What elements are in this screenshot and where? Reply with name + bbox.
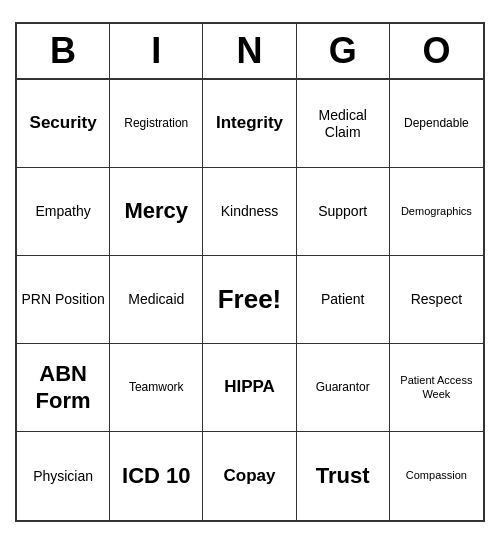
cell-text: Patient	[321, 291, 365, 308]
bingo-header: BINGO	[17, 24, 483, 80]
bingo-cell[interactable]: Compassion	[390, 432, 483, 520]
cell-text: Dependable	[404, 116, 469, 130]
bingo-cell[interactable]: Respect	[390, 256, 483, 344]
bingo-cell[interactable]: Kindness	[203, 168, 296, 256]
bingo-cell[interactable]: Teamwork	[110, 344, 203, 432]
cell-text: Compassion	[406, 469, 467, 482]
cell-text: Kindness	[221, 203, 279, 220]
bingo-cell[interactable]: Free!	[203, 256, 296, 344]
cell-text: Trust	[316, 463, 370, 489]
bingo-cell[interactable]: Physician	[17, 432, 110, 520]
bingo-cell[interactable]: Trust	[297, 432, 390, 520]
cell-text: HIPPA	[224, 377, 275, 397]
cell-text: Free!	[218, 284, 282, 315]
cell-text: Mercy	[124, 198, 188, 224]
bingo-cell[interactable]: PRN Position	[17, 256, 110, 344]
header-letter: N	[203, 24, 296, 78]
cell-text: Copay	[224, 466, 276, 486]
bingo-cell[interactable]: Patient	[297, 256, 390, 344]
cell-text: ICD 10	[122, 463, 190, 489]
bingo-cell[interactable]: Security	[17, 80, 110, 168]
bingo-cell[interactable]: Dependable	[390, 80, 483, 168]
header-letter: G	[297, 24, 390, 78]
header-letter: B	[17, 24, 110, 78]
bingo-cell[interactable]: Demographics	[390, 168, 483, 256]
cell-text: Medicaid	[128, 291, 184, 308]
cell-text: Security	[30, 113, 97, 133]
bingo-cell[interactable]: Patient Access Week	[390, 344, 483, 432]
header-letter: I	[110, 24, 203, 78]
bingo-cell[interactable]: Guarantor	[297, 344, 390, 432]
cell-text: Demographics	[401, 205, 472, 218]
cell-text: Patient Access Week	[394, 374, 479, 400]
header-letter: O	[390, 24, 483, 78]
cell-text: Medical Claim	[301, 107, 385, 141]
cell-text: Integrity	[216, 113, 283, 133]
cell-text: ABN Form	[21, 361, 105, 414]
cell-text: PRN Position	[21, 291, 104, 308]
bingo-cell[interactable]: Integrity	[203, 80, 296, 168]
bingo-cell[interactable]: HIPPA	[203, 344, 296, 432]
bingo-cell[interactable]: Copay	[203, 432, 296, 520]
bingo-cell[interactable]: Empathy	[17, 168, 110, 256]
cell-text: Registration	[124, 116, 188, 130]
cell-text: Respect	[411, 291, 462, 308]
bingo-cell[interactable]: Registration	[110, 80, 203, 168]
cell-text: Support	[318, 203, 367, 220]
bingo-cell[interactable]: Support	[297, 168, 390, 256]
cell-text: Physician	[33, 468, 93, 485]
bingo-cell[interactable]: Mercy	[110, 168, 203, 256]
bingo-cell[interactable]: ICD 10	[110, 432, 203, 520]
bingo-cell[interactable]: Medicaid	[110, 256, 203, 344]
cell-text: Guarantor	[316, 380, 370, 394]
bingo-cell[interactable]: ABN Form	[17, 344, 110, 432]
bingo-cell[interactable]: Medical Claim	[297, 80, 390, 168]
cell-text: Empathy	[35, 203, 90, 220]
bingo-card: BINGO SecurityRegistrationIntegrityMedic…	[15, 22, 485, 522]
cell-text: Teamwork	[129, 380, 184, 394]
bingo-grid: SecurityRegistrationIntegrityMedical Cla…	[17, 80, 483, 520]
